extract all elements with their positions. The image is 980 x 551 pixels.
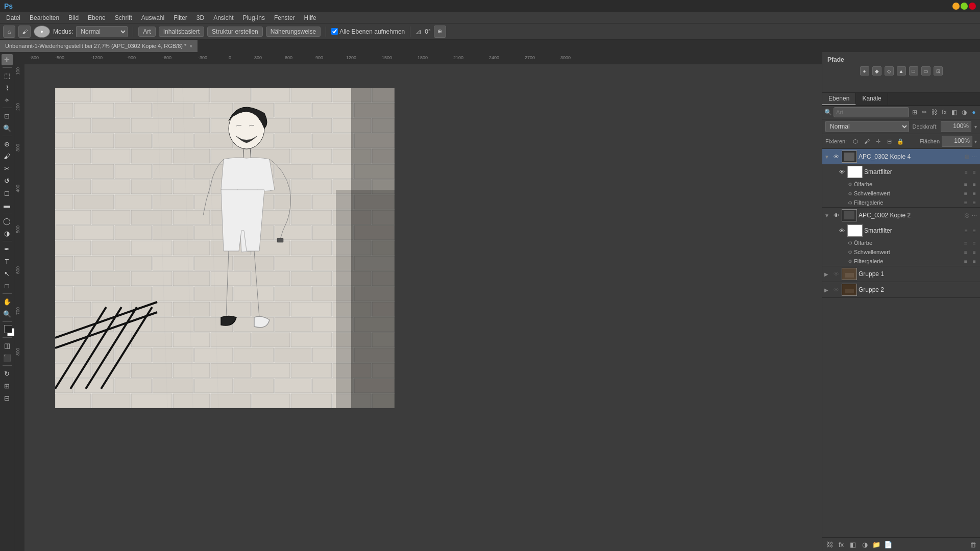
layers-delete-btn[interactable]: 🗑 (968, 539, 978, 549)
layer-item-apc0302-kopie4[interactable]: ▼ 👁 APC_0302 Kopie 4 ⛓ ⋯ (822, 149, 980, 164)
home-button[interactable]: ⌂ (3, 26, 15, 38)
sub-filter-action-filtergalerie2[interactable]: ≡ (962, 258, 969, 265)
heal-tool[interactable]: ⊕ (2, 138, 13, 149)
zoom-tool[interactable]: 🔍 (2, 308, 13, 319)
layers-icon-adjust[interactable]: ◑ (960, 107, 968, 117)
quick-mask-btn[interactable]: ◫ (2, 340, 13, 351)
naherungsweise-button[interactable]: Näherungsweise (266, 27, 321, 37)
menu-bild[interactable]: Bild (64, 13, 83, 22)
move-tool[interactable]: ✛ (2, 54, 13, 65)
lock-pixels-btn[interactable]: 🖌 (862, 137, 871, 146)
screen-mode-btn[interactable]: ⬛ (2, 352, 13, 363)
blend-mode-select[interactable]: Normal Multiplizieren Überlagern Weiches… (825, 121, 909, 132)
channels-tab[interactable]: Kanäle (856, 93, 888, 105)
layers-new-btn[interactable]: 📄 (883, 539, 893, 549)
layer-expand-g2[interactable]: ▶ (824, 287, 830, 293)
layer-sf1-action1[interactable]: ≡ (963, 168, 970, 176)
zoom-in-btn[interactable]: ⊞ (2, 380, 13, 391)
sub-filter-action2-olfarbe1[interactable]: ≡ (971, 181, 978, 188)
sub-filter-action2-filtergalerie1[interactable]: ≡ (971, 199, 978, 206)
sub-filter-schwellenwert2[interactable]: ⚙ Schwellenwert ≡ ≡ (822, 247, 980, 257)
pen-tool[interactable]: ✒ (2, 243, 13, 255)
menu-schrift[interactable]: Schrift (111, 13, 136, 22)
canvas-scroll-area[interactable] (24, 62, 822, 551)
paths-triangle-btn[interactable]: ▲ (897, 66, 906, 76)
layers-icon-fx[interactable]: fx (940, 107, 948, 117)
layers-icon-link[interactable]: ⛓ (930, 107, 939, 117)
alle-ebenen-label[interactable]: Alle Ebenen aufnehmen (331, 28, 405, 35)
sub-filter-action2-filtergalerie2[interactable]: ≡ (971, 258, 978, 265)
sub-filter-action-olfarbe1[interactable]: ≡ (962, 181, 969, 188)
tab-close-button[interactable]: × (189, 43, 192, 49)
history-brush-tool[interactable]: ↺ (2, 175, 13, 186)
paths-image-btn[interactable]: ⊡ (934, 66, 943, 76)
layer-item-smartfilter1[interactable]: 👁 Smartfilter ≡ ≡ (822, 164, 980, 180)
layer-eye-2[interactable]: 👁 (832, 211, 840, 219)
layers-search-input[interactable] (834, 107, 909, 117)
color-swatches[interactable] (2, 324, 13, 335)
sub-filter-action2-schwellenwert2[interactable]: ≡ (971, 248, 978, 256)
art-button[interactable]: Art (138, 27, 155, 37)
brush-tool[interactable]: 🖌 (2, 151, 13, 162)
struktur-button[interactable]: Struktur erstellen (207, 27, 263, 37)
lock-artboards-btn[interactable]: ⊟ (885, 137, 894, 146)
layer-sf2-action1[interactable]: ≡ (963, 227, 970, 234)
layer-eye-1[interactable]: 👁 (832, 153, 840, 161)
shape-tool[interactable]: □ (2, 280, 13, 291)
close-button[interactable]: × (969, 3, 976, 10)
menu-bearbeiten[interactable]: Bearbeiten (26, 13, 63, 22)
sub-filter-action-filtergalerie1[interactable]: ≡ (962, 199, 969, 206)
menu-filter[interactable]: Filter (169, 13, 191, 22)
layers-link-btn[interactable]: ⛓ (824, 539, 835, 549)
crop-tool[interactable]: ⊡ (2, 110, 13, 121)
brush-preset-btn[interactable]: ● (34, 26, 50, 38)
brush-tool-btn[interactable]: 🖌 (18, 26, 31, 38)
alle-ebenen-checkbox[interactable] (331, 28, 338, 35)
paths-diamond-btn[interactable]: ◆ (872, 66, 881, 76)
canvas-image[interactable] (55, 88, 395, 408)
menu-hilfe[interactable]: Hilfe (300, 13, 321, 22)
paths-circle-btn[interactable]: ● (860, 66, 869, 76)
sub-filter-schwellenwert1[interactable]: ⚙ Schwellenwert ≡ ≡ (822, 189, 980, 198)
layers-adjust-btn[interactable]: ◑ (860, 539, 870, 549)
sub-filter-filtergalerie1[interactable]: ⚙ Filtergalerie ≡ ≡ (822, 198, 980, 207)
sub-filter-action-schwellenwert2[interactable]: ≡ (962, 248, 969, 256)
maximize-button[interactable]: □ (961, 3, 968, 10)
rotate-view-btn[interactable]: ↻ (2, 368, 13, 379)
menu-auswahl[interactable]: Auswahl (137, 13, 168, 22)
layer-eye-sf2[interactable]: 👁 (838, 227, 846, 235)
paths-diamond2-btn[interactable]: ◇ (885, 66, 894, 76)
layer-eye-sf1[interactable]: 👁 (838, 168, 846, 176)
layer-item-gruppe1[interactable]: ▶ 👁 Gruppe 1 (822, 266, 980, 282)
sub-filter-action-schwellenwert1[interactable]: ≡ (962, 190, 969, 197)
layer-expand-2[interactable]: ▼ (824, 213, 830, 218)
lock-all-btn[interactable]: 🔒 (896, 137, 905, 146)
marquee-tool[interactable]: ⬚ (2, 70, 13, 81)
opacity-value[interactable]: 100% (941, 121, 971, 132)
eraser-tool[interactable]: ◻ (2, 187, 13, 198)
quick-select-tool[interactable]: ✧ (2, 94, 13, 106)
menu-fenster[interactable]: Fenster (270, 13, 299, 22)
eyedropper-tool[interactable]: 🔍 (2, 122, 13, 134)
menu-plugins[interactable]: Plug-ins (239, 13, 269, 22)
menu-ebene[interactable]: Ebene (84, 13, 110, 22)
layers-tab[interactable]: Ebenen (822, 93, 856, 105)
layer-item-smartfilter2[interactable]: 👁 Smartfilter ≡ ≡ (822, 223, 980, 238)
menu-datei[interactable]: Datei (2, 13, 24, 22)
type-tool[interactable]: T (2, 256, 13, 267)
layer-expand-1[interactable]: ▼ (824, 154, 830, 160)
paths-square-btn[interactable]: □ (909, 66, 918, 76)
fill-value[interactable]: 100% (942, 136, 972, 147)
lock-position-btn[interactable]: ✛ (873, 137, 883, 146)
hand-tool[interactable]: ✋ (2, 296, 13, 307)
lock-transparent-btn[interactable]: ⬡ (851, 137, 860, 146)
sub-filter-olfarbe2[interactable]: ⚙ Ölfarbe ≡ ≡ (822, 238, 980, 247)
sub-filter-filtergalerie2[interactable]: ⚙ Filtergalerie ≡ ≡ (822, 257, 980, 266)
foreground-color[interactable] (4, 325, 12, 333)
menu-ansicht[interactable]: Ansicht (209, 13, 237, 22)
sub-filter-olfarbe1[interactable]: ⚙ Ölfarbe ≡ ≡ (822, 180, 980, 189)
layer-sf1-action2[interactable]: ≡ (971, 168, 978, 176)
path-select-tool[interactable]: ↖ (2, 268, 13, 279)
lasso-tool[interactable]: ⌇ (2, 82, 13, 93)
layers-icon-mask[interactable]: ◧ (950, 107, 958, 117)
